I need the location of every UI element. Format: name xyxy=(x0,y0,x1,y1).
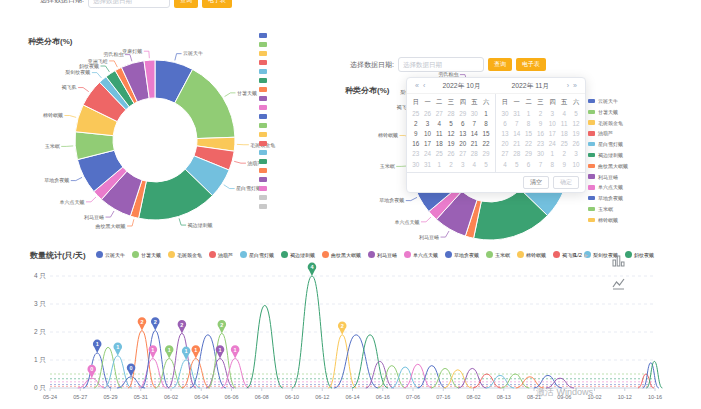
legend-swatch[interactable] xyxy=(259,60,267,65)
confirm-button[interactable]: 确定 xyxy=(553,176,579,189)
y-axis-tick: 3 只 xyxy=(34,300,46,307)
calendar-day: 25 xyxy=(410,108,422,118)
legend-swatch[interactable] xyxy=(259,33,267,38)
legend-item[interactable]: 利马豆蝽 xyxy=(588,174,628,180)
legend-swatch[interactable] xyxy=(259,177,267,182)
legend-item[interactable]: 草地贪夜蛾 xyxy=(445,251,479,258)
calendar-day[interactable]: 18 xyxy=(433,139,445,149)
legend-item[interactable]: 油葫芦 xyxy=(209,251,233,258)
pie-slice-label: 曲纹黑大螟蛾 xyxy=(96,223,126,230)
legend-swatch[interactable] xyxy=(259,123,267,128)
legend-dot xyxy=(625,251,632,258)
export-button[interactable]: 电子表 xyxy=(202,0,232,8)
calendar-day[interactable]: 20 xyxy=(457,139,469,149)
calendar-day[interactable]: 7 xyxy=(469,118,481,128)
legend-item[interactable]: 利马豆蝽 xyxy=(368,251,397,258)
calendar-day[interactable]: 8 xyxy=(480,118,492,128)
calendar-day[interactable]: 13 xyxy=(457,128,469,138)
next-year-icon[interactable]: » xyxy=(571,82,579,89)
legend-swatch[interactable] xyxy=(259,105,267,110)
prev-year-icon[interactable]: « xyxy=(413,82,421,89)
legend-item[interactable]: 褐边绿刺蛾 xyxy=(281,251,315,258)
legend-swatch[interactable] xyxy=(259,150,267,155)
legend-item[interactable]: 毛斑颈金龟 xyxy=(168,251,202,258)
legend-item[interactable]: 玉米螟 xyxy=(588,206,628,212)
calendar-day: 3 xyxy=(570,149,582,159)
legend-swatch[interactable] xyxy=(259,195,267,200)
legend-swatch[interactable] xyxy=(259,159,267,164)
calendar-day[interactable]: 2 xyxy=(410,118,422,128)
legend-swatch[interactable] xyxy=(259,96,267,101)
calendar-day[interactable]: 21 xyxy=(469,139,481,149)
calendar-day[interactable]: 15 xyxy=(480,128,492,138)
legend-item[interactable]: 草地贪夜蛾 xyxy=(588,195,628,201)
legend-swatch[interactable] xyxy=(259,87,267,92)
legend-swatch[interactable] xyxy=(259,114,267,119)
calendar-day: 29 xyxy=(457,108,469,118)
svg-text:1: 1 xyxy=(168,347,171,353)
calendar-day[interactable]: 9 xyxy=(410,128,422,138)
x-axis-tick: 10-16 xyxy=(648,394,662,400)
calendar-day[interactable]: 10 xyxy=(422,128,434,138)
calendar-day[interactable]: 3 xyxy=(422,118,434,128)
calendar-day: 5 xyxy=(570,108,582,118)
clear-button[interactable]: 清空 xyxy=(523,176,549,189)
legend-swatch[interactable] xyxy=(259,204,267,209)
legend-item[interactable]: 曲纹黑大螟蛾 xyxy=(588,163,628,169)
legend-dot xyxy=(168,251,175,258)
x-axis-tick: 05-27 xyxy=(73,394,87,400)
calendar-day[interactable]: 14 xyxy=(469,128,481,138)
legend-item[interactable]: 曲纹黑大螟蛾 xyxy=(322,251,361,258)
legend-item[interactable]: 单六点天蛾 xyxy=(588,184,628,190)
legend-swatch[interactable] xyxy=(259,78,267,83)
query-button[interactable]: 查询 xyxy=(174,0,198,8)
legend-swatch[interactable] xyxy=(259,132,267,137)
legend-item[interactable]: 星白雪灯蛾 xyxy=(588,141,628,147)
legend-prev-icon[interactable]: ◀ xyxy=(568,252,572,258)
calendar-day[interactable]: 5 xyxy=(445,118,457,128)
legend-item[interactable]: 棉铃螟蛾 xyxy=(588,217,628,223)
legend-item[interactable]: 毛斑颈金龟 xyxy=(588,120,628,126)
legend-swatch[interactable] xyxy=(259,51,267,56)
weekday-header: 六 xyxy=(480,96,492,108)
legend-item[interactable]: 云斑天牛 xyxy=(96,251,125,258)
legend-next-icon[interactable]: ▶ xyxy=(584,252,588,258)
legend-item[interactable]: 玉米螟 xyxy=(486,251,510,258)
line-series xyxy=(83,353,111,388)
calendar-day[interactable]: 17 xyxy=(422,139,434,149)
calendar-day: 2 xyxy=(558,149,570,159)
legend-item[interactable]: 甘薯天蛾 xyxy=(132,251,161,258)
legend-item[interactable]: 油葫芦 xyxy=(588,130,628,136)
calendar-day[interactable]: 12 xyxy=(445,128,457,138)
legend-item[interactable]: 斜纹夜蛾 xyxy=(625,251,654,258)
calendar-day: 25 xyxy=(433,149,445,159)
x-axis-tick: 06-02 xyxy=(164,394,178,400)
legend-item[interactable]: 甘薯天蛾 xyxy=(588,109,628,115)
data-point-pin: 2 xyxy=(218,320,227,333)
legend-swatch[interactable] xyxy=(259,141,267,146)
line-series xyxy=(473,374,501,388)
legend-swatch[interactable] xyxy=(259,168,267,173)
legend-item[interactable]: 云斑天牛 xyxy=(588,98,628,104)
date-range-picker: « ‹ 2022年 10月 2022年 11月 › » 日一二三四五六25262… xyxy=(406,77,586,193)
calendar-day[interactable]: 11 xyxy=(433,128,445,138)
pie-slice-label: 玉米螟 xyxy=(380,163,395,169)
calendar-day[interactable]: 19 xyxy=(445,139,457,149)
calendar-day[interactable]: 22 xyxy=(480,139,492,149)
pie-slice-label: 甘薯天蛾 xyxy=(237,90,257,97)
legend-item[interactable]: 棉铃螟蛾 xyxy=(517,251,546,258)
legend-item[interactable]: 褐边绿刺蛾 xyxy=(588,152,628,158)
legend-swatch[interactable] xyxy=(259,69,267,74)
legend-item[interactable]: 单六点天蛾 xyxy=(404,251,438,258)
pie-slice-label: 玉米螟 xyxy=(45,143,60,149)
svg-text:2: 2 xyxy=(220,322,223,328)
date-input[interactable] xyxy=(88,0,170,8)
calendar-day[interactable]: 6 xyxy=(457,118,469,128)
y-axis-tick: 2 只 xyxy=(34,328,46,335)
legend-item[interactable]: 星白雪灯蛾 xyxy=(240,251,274,258)
legend-swatch[interactable] xyxy=(259,42,267,47)
calendar-day[interactable]: 4 xyxy=(433,118,445,128)
calendar-day[interactable]: 1 xyxy=(480,108,492,118)
legend-swatch[interactable] xyxy=(259,186,267,191)
calendar-day[interactable]: 16 xyxy=(410,139,422,149)
